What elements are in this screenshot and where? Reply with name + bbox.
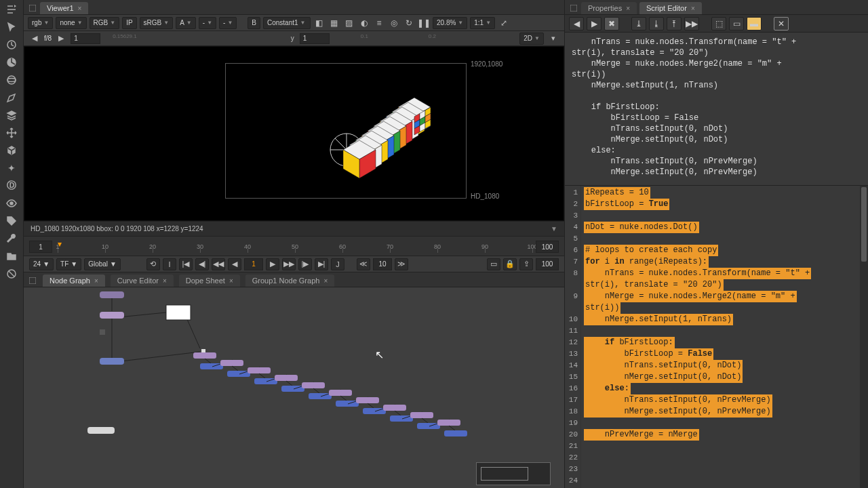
timeline-ruler[interactable]: 1102030405060708090100 <box>58 241 530 253</box>
next-script-icon[interactable]: ▶ <box>587 17 601 30</box>
overlay2-select[interactable]: -▼ <box>219 17 237 29</box>
in-point-icon[interactable]: I <box>163 258 176 270</box>
step-fwd-icon[interactable]: ▶▶ <box>282 258 296 270</box>
prev-icon[interactable]: ◀ <box>31 35 39 43</box>
overlay-select[interactable]: -▼ <box>199 17 216 29</box>
close-icon[interactable]: × <box>94 277 98 285</box>
pointer-icon[interactable] <box>5 20 18 34</box>
stop-icon[interactable] <box>5 267 18 281</box>
timeline-start-box[interactable]: 1 <box>29 241 52 253</box>
show-both-icon[interactable]: ▬ <box>747 17 762 30</box>
pixel-ratio[interactable]: 1:1▼ <box>470 17 495 29</box>
folder-icon[interactable] <box>5 249 18 263</box>
scrollbar[interactable] <box>860 186 868 488</box>
tab-group-node-graph[interactable]: Group1 Node Graph× <box>245 274 335 287</box>
clear-history-icon[interactable]: ✖ <box>604 17 619 30</box>
close-icon[interactable]: × <box>229 277 233 285</box>
refresh-icon[interactable]: ↻ <box>403 17 415 29</box>
dim-caret-icon[interactable]: ▾ <box>549 35 557 43</box>
wrench-icon[interactable] <box>5 232 18 245</box>
script-input[interactable]: 1234567891011121314151617181920212223242… <box>565 186 868 488</box>
dimension-select[interactable]: 2D▼ <box>519 33 544 45</box>
ip-toggle[interactable]: IP <box>122 17 136 29</box>
viewer-canvas[interactable]: 1920,1080 HD_1080 <box>24 46 564 221</box>
status-caret-icon[interactable]: ▼ <box>551 225 557 232</box>
scope-select[interactable]: Global▼ <box>84 258 121 270</box>
panel-drag-icon[interactable] <box>29 277 36 284</box>
clip-icon[interactable]: ▦ <box>328 17 340 29</box>
out-point-icon[interactable]: J <box>331 258 344 270</box>
tab-curve-editor[interactable]: Curve Editor× <box>111 274 174 287</box>
input-node-select[interactable]: Constant1▼ <box>263 17 311 29</box>
pause-icon[interactable]: ❚❚ <box>418 17 430 29</box>
run-script-icon[interactable]: ▶▶ <box>684 17 699 30</box>
channel-select[interactable]: rgb▼ <box>28 17 53 29</box>
rgb-select[interactable]: RGB▼ <box>90 17 120 29</box>
eye-icon[interactable] <box>5 197 18 210</box>
clear-output-icon[interactable]: ✕ <box>774 17 789 30</box>
monitor-icon[interactable]: ▭ <box>487 258 500 270</box>
scrollbar-thumb[interactable] <box>861 187 867 262</box>
alpha-select[interactable]: none▼ <box>56 17 86 29</box>
close-icon[interactable]: × <box>626 5 630 12</box>
lock-icon[interactable]: 🔒 <box>503 258 517 270</box>
node-graph[interactable]: ↖ <box>24 287 564 488</box>
close-icon[interactable]: × <box>691 5 695 12</box>
sparkle-icon[interactable]: ✦ <box>5 161 18 175</box>
panel-drag-icon[interactable] <box>570 5 577 12</box>
source-script-icon[interactable]: ⤓ <box>631 17 646 30</box>
expand-icon[interactable]: ⤢ <box>498 17 510 29</box>
range-end[interactable]: 100 <box>536 258 559 270</box>
buffer-a-select[interactable]: A▼ <box>176 17 196 29</box>
play-back-icon[interactable]: ◀ <box>228 258 241 270</box>
navigator-thumbnail[interactable] <box>476 462 551 485</box>
export-icon[interactable]: ⇪ <box>519 258 533 270</box>
next-key-icon[interactable]: |▶ <box>298 258 312 270</box>
step-back-icon[interactable]: ◀◀ <box>212 258 225 270</box>
load-script-icon[interactable]: ⭳ <box>649 17 664 30</box>
sub-ruler-right[interactable]: 0.1 0.2 <box>340 35 509 43</box>
code-body[interactable]: iRepeats = 10bFirstLoop = TruenDot = nuk… <box>581 186 868 488</box>
go-start-icon[interactable]: |◀ <box>179 258 193 270</box>
show-input-icon[interactable]: ⬚ <box>711 17 726 30</box>
gamma-icon[interactable]: ◐ <box>358 17 370 29</box>
wipe-icon[interactable]: ◧ <box>313 17 326 29</box>
loop-icon[interactable]: ⟲ <box>146 258 160 270</box>
clock-icon[interactable] <box>5 38 18 52</box>
y-input[interactable] <box>300 33 330 44</box>
d-icon[interactable]: Ⓓ <box>5 179 18 192</box>
tab-node-graph[interactable]: Node Graph× <box>43 274 105 287</box>
tab-viewer1[interactable]: Viewer1 × <box>40 2 88 14</box>
go-end-icon[interactable]: ▶| <box>315 258 328 270</box>
timeline[interactable]: 1 ▾ 1102030405060708090100 100 <box>24 236 564 256</box>
move-icon[interactable] <box>5 126 18 140</box>
sub-ruler-left[interactable]: 0.15629.1 <box>111 35 280 43</box>
play-icon[interactable]: ▶ <box>266 258 279 270</box>
stripes-icon[interactable]: ▨ <box>343 17 355 29</box>
jump-frames[interactable]: 10 <box>373 258 392 270</box>
zoom-level[interactable]: 20.8%▼ <box>433 17 467 29</box>
sphere-icon[interactable] <box>5 73 18 87</box>
next-icon[interactable]: ▶ <box>57 35 65 43</box>
skip-back-icon[interactable]: ≪ <box>357 258 370 270</box>
tab-properties[interactable]: Properties× <box>581 2 637 14</box>
show-output-icon[interactable]: ▭ <box>729 17 744 30</box>
tab-script-editor[interactable]: Script Editor× <box>639 2 702 14</box>
skip-fwd-icon[interactable]: ≫ <box>395 258 408 270</box>
timeline-end-box[interactable]: 100 <box>536 241 559 253</box>
tag-icon[interactable] <box>5 214 18 228</box>
fps-select[interactable]: 24▼ <box>29 258 54 270</box>
layers-icon[interactable] <box>5 108 18 122</box>
prev-script-icon[interactable]: ◀ <box>569 17 584 30</box>
tab-dope-sheet[interactable]: Dope Sheet× <box>179 274 240 287</box>
close-icon[interactable]: × <box>78 5 82 12</box>
frame-input[interactable] <box>71 33 100 44</box>
save-script-icon[interactable]: ⭱ <box>667 17 682 30</box>
roi-icon[interactable]: ◎ <box>388 17 400 29</box>
panel-drag-icon[interactable] <box>29 5 36 12</box>
close-icon[interactable]: × <box>163 277 167 285</box>
close-icon[interactable]: × <box>323 277 328 285</box>
menu-icon[interactable] <box>5 3 18 16</box>
pie-icon[interactable] <box>5 56 18 69</box>
tf-select[interactable]: TF▼ <box>56 258 81 270</box>
